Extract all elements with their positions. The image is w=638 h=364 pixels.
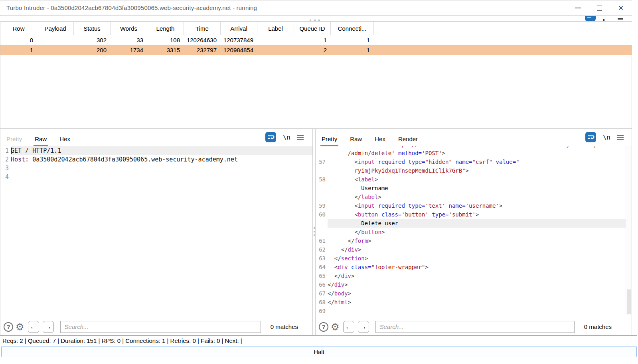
word-wrap-icon[interactable] [585,16,596,21]
line-number: 64 [316,263,328,272]
column-header[interactable]: Queue ID [294,22,331,35]
column-header[interactable]: Row [0,22,37,35]
column-header[interactable]: Words [111,22,147,35]
table-cell: 1 [294,35,331,45]
gear-icon[interactable]: ⚙ [331,322,340,332]
column-header[interactable]: Label [257,22,294,35]
response-tabs: PrettyRawHexRender [320,136,429,146]
response-tabbar: PrettyRawHexRender \n [316,129,632,146]
help-icon[interactable]: ? [4,322,13,332]
column-header[interactable]: Length [147,22,184,35]
table-cell: 120984854 [221,45,257,55]
line-number: 2 [0,155,11,164]
code-line: 69 [316,307,626,315]
code-line: 61 </form> [316,236,626,245]
request-editor[interactable]: 1GET / HTTP/1.12Host: 0a3500d2042acb6780… [0,146,312,318]
code-line: Username [316,184,626,193]
column-header[interactable]: Payload [37,22,74,35]
column-header[interactable]: Status [74,22,111,35]
line-number: 58 [316,175,328,184]
code-line: 4 [0,173,312,181]
line-number: 67 [316,289,328,298]
code-line: ryimjPkyidxq1TnsepMemdLIClik7GrB"> [316,166,626,175]
code-line: 68</html> [316,298,626,307]
tab-raw[interactable]: Raw [34,136,48,146]
tab-render[interactable]: Render [397,136,419,146]
previous-match-button[interactable]: ← [343,321,354,333]
gear-icon[interactable]: ⚙ [16,322,24,332]
message-editors: PrettyRawHex \n 1GET / HTTP/1.12Host: 0a… [0,129,632,335]
search-input[interactable] [375,321,575,333]
menu-icon[interactable] [617,135,624,140]
code-line: 64 <div class="footer-wrapper"> [316,263,626,272]
previous-match-button[interactable]: ← [28,321,39,333]
window-title: Turbo Intruder - 0a3500d2042acb67804d3fa… [6,4,257,11]
table-row[interactable]: 03023310812026463012073784911 [0,35,632,45]
halt-button[interactable]: Halt [1,346,637,357]
maximize-button[interactable] [589,0,610,16]
request-pane: PrettyRawHex \n 1GET / HTTP/1.12Host: 0a… [0,129,313,335]
response-scrollbar[interactable] [626,146,632,315]
response-search-bar: ? ⚙ ← → 0 matches [316,318,632,335]
word-wrap-icon[interactable] [265,132,276,142]
line-number: 3 [0,164,11,173]
request-toolbar-icons: \n [265,132,304,142]
code-line: </label> [316,193,626,201]
line-number: 69 [316,307,328,315]
code-line: 66</div> [316,280,626,289]
line-number: 60 [316,210,328,219]
status-text: Reqs: 2 | Queued: 7 | Duration: 151 | RP… [2,337,242,344]
word-wrap-icon[interactable] [585,132,596,142]
results-rows: 0302331081202646301207378491112001734331… [0,35,632,55]
next-match-button[interactable]: → [358,321,369,333]
tab-hex[interactable]: Hex [58,136,71,146]
response-pane: PrettyRawHexRender \n action='https://0a… [315,129,632,335]
tab-raw[interactable]: Raw [349,136,363,146]
code-line: 1GET / HTTP/1.1 [0,146,312,155]
table-cell: 1 [331,35,374,45]
table-cell: 108 [147,35,184,45]
close-button[interactable]: ✕ [610,0,632,16]
help-icon[interactable]: ? [319,322,328,332]
status-bar: Reqs: 2 | Queued: 7 | Duration: 151 | RP… [0,335,637,345]
code-line: 2Host: 0a3500d2042acb67804d3fa300950065.… [0,155,312,164]
menu-icon[interactable] [297,135,304,140]
newline-icon[interactable]: \n [283,134,290,141]
column-header[interactable]: Connecti... [331,22,374,35]
table-cell: 302 [74,35,111,45]
maximize-icon [597,6,602,11]
line-number [316,184,328,193]
column-header[interactable]: Time [184,22,221,35]
code-line: 60 <button class='button' type='submit'> [316,210,626,219]
tab-pretty[interactable]: Pretty [5,136,23,146]
code-line: 65 </div> [316,272,626,280]
minimize-button[interactable] [567,0,589,16]
response-editor[interactable]: action='https://0a3500d2042acb67804d3fa3… [316,146,626,318]
response-toolbar-icons: \n [585,132,624,142]
table-cell: 1 [331,45,374,55]
scrollbar-thumb[interactable] [627,289,631,314]
line-number: 62 [316,245,328,254]
splitter-handle-icon[interactable] [310,20,320,21]
line-number [316,193,328,201]
table-row[interactable]: 12001734331523279712098485421 [0,45,632,55]
line-number: 63 [316,254,328,263]
close-icon: ✕ [618,5,624,12]
top-splitter[interactable] [0,16,632,22]
tab-pretty[interactable]: Pretty [320,136,338,146]
table-cell: 232797 [184,45,221,55]
table-cell [257,45,294,55]
match-count: 0 matches [271,323,298,330]
next-match-button[interactable]: → [43,321,54,333]
search-input[interactable] [60,321,261,333]
line-number: 1 [0,146,11,155]
match-count: 0 matches [584,323,612,330]
tab-hex[interactable]: Hex [373,136,387,146]
column-header[interactable]: Arrival [221,22,257,35]
menu-icon[interactable] [618,18,623,20]
table-cell: 1 [0,45,37,55]
newline-icon[interactable] [603,19,604,21]
request-tabs: PrettyRawHex [5,136,82,146]
newline-icon[interactable]: \n [603,134,610,141]
table-cell [37,35,74,45]
